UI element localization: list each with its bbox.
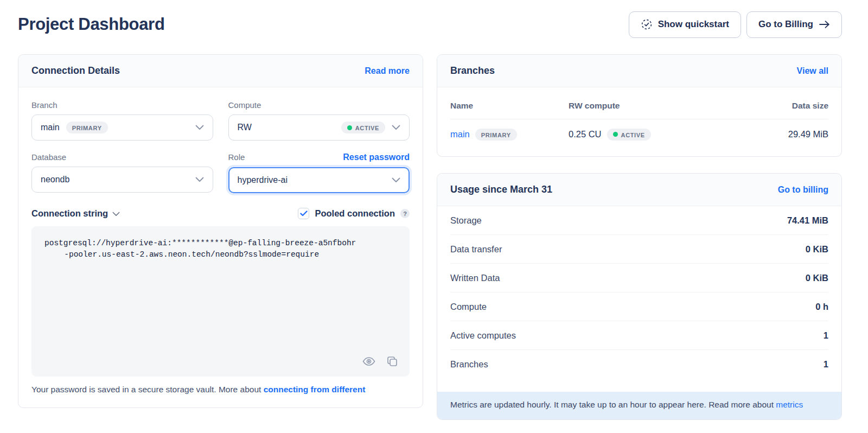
branch-data-size: 29.49 MiB — [788, 129, 828, 139]
usage-row-compute: Compute 0 h — [450, 292, 828, 321]
chevron-down-icon — [195, 123, 204, 132]
show-quickstart-button[interactable]: Show quickstart — [629, 11, 741, 38]
active-status-badge: ACTIVE — [607, 129, 651, 141]
branch-label: Branch — [31, 100, 213, 110]
help-icon[interactable]: ? — [400, 209, 410, 218]
active-dot-icon — [347, 125, 352, 130]
connection-string-line1: postgresql://hyperdrive-ai:************@… — [44, 238, 397, 249]
metrics-docs-link[interactable]: metrics — [776, 400, 803, 409]
database-select[interactable]: neondb — [31, 167, 213, 193]
branch-compute-value: 0.25 CU — [569, 129, 602, 139]
show-quickstart-label: Show quickstart — [658, 19, 729, 30]
page-title: Project Dashboard — [18, 15, 165, 34]
reset-password-link[interactable]: Reset password — [343, 152, 410, 162]
metrics-info-bar: Metrics are updated hourly. It may take … — [437, 392, 841, 419]
connection-string-label: Connection string — [31, 208, 108, 219]
connection-string-code-block: postgresql://hyperdrive-ai:************@… — [31, 226, 410, 377]
reveal-password-eye-icon[interactable] — [361, 354, 377, 368]
role-value: hyperdrive-ai — [238, 175, 288, 185]
chevron-down-icon — [112, 209, 120, 219]
arrow-right-icon — [819, 20, 830, 29]
primary-badge: PRIMARY — [475, 129, 517, 141]
connection-details-card: Connection Details Read more Branch main… — [18, 54, 423, 408]
connection-string-line2: -pooler.us-east-2.aws.neon.tech/neondb?s… — [44, 249, 397, 260]
password-vault-note: Your password is saved in a secure stora… — [31, 385, 410, 394]
connecting-from-different-link[interactable]: connecting from different — [264, 385, 366, 394]
usage-row-storage: Storage 74.41 MiB — [450, 206, 828, 235]
usage-row-written-data: Written Data 0 KiB — [450, 264, 828, 292]
role-field: Role Reset password hyperdrive-ai — [228, 152, 410, 193]
pooled-connection-label: Pooled connection — [315, 208, 395, 219]
code-actions — [361, 354, 400, 369]
chevron-down-icon — [195, 175, 204, 184]
branch-main-link[interactable]: main — [450, 129, 470, 139]
usage-header: Usage since March 31 Go to billing — [437, 174, 841, 206]
branches-header: Branches View all — [437, 55, 841, 87]
branches-table-head: Name RW compute Data size — [450, 93, 828, 119]
pooled-connection-checkbox[interactable] — [298, 208, 309, 219]
chevron-down-icon — [392, 123, 400, 132]
branch-select[interactable]: main PRIMARY — [31, 114, 213, 141]
primary-badge: PRIMARY — [66, 122, 108, 133]
connection-details-header: Connection Details Read more — [18, 55, 423, 87]
read-more-link[interactable]: Read more — [365, 66, 410, 76]
role-select[interactable]: hyperdrive-ai — [228, 167, 410, 193]
compute-label: Compute — [228, 100, 410, 110]
usage-row-data-transfer: Data transfer 0 KiB — [450, 235, 828, 264]
header-actions: Show quickstart Go to Billing — [629, 11, 842, 38]
compute-value: RW — [238, 123, 252, 132]
top-header: Project Dashboard Show quickstart Go to … — [18, 11, 842, 38]
database-value: neondb — [41, 175, 69, 184]
usage-card: Usage since March 31 Go to billing Stora… — [437, 173, 842, 420]
compute-select[interactable]: RW ACTIVE — [228, 114, 410, 141]
table-row: main PRIMARY 0.25 CU ACTIVE — [450, 119, 828, 149]
go-to-billing-button[interactable]: Go to Billing — [746, 11, 842, 38]
branches-title: Branches — [450, 65, 495, 77]
branches-card: Branches View all Name RW compute Data s… — [437, 54, 842, 157]
branch-value: main — [41, 123, 60, 132]
connection-details-body: Branch main PRIMARY — [18, 87, 423, 407]
pooled-connection-control: Pooled connection ? — [298, 208, 410, 219]
database-label: Database — [31, 152, 213, 162]
branch-field: Branch main PRIMARY — [31, 100, 213, 141]
copy-icon[interactable] — [385, 354, 400, 369]
usage-metrics-list: Storage 74.41 MiB Data transfer 0 KiB Wr… — [437, 206, 841, 379]
column-header-data-size: Data size — [792, 101, 828, 111]
chevron-down-icon — [392, 175, 400, 185]
project-dashboard-page: Project Dashboard Show quickstart Go to … — [0, 11, 868, 420]
go-to-billing-link[interactable]: Go to billing — [778, 185, 828, 195]
column-header-rw-compute: RW compute — [569, 101, 792, 111]
active-dot-icon — [613, 132, 618, 137]
usage-row-branches: Branches 1 — [450, 350, 828, 379]
usage-row-active-computes: Active computes 1 — [450, 321, 828, 350]
connection-string-toggle[interactable]: Connection string — [31, 208, 120, 219]
branches-table: Name RW compute Data size main PRIMARY 0… — [437, 87, 841, 149]
column-header-name: Name — [450, 101, 569, 111]
database-field: Database neondb — [31, 152, 213, 193]
connection-details-title: Connection Details — [31, 65, 120, 77]
role-label: Role — [228, 152, 245, 162]
quickstart-check-icon — [641, 18, 653, 30]
active-status-badge: ACTIVE — [341, 122, 385, 133]
connection-string-row: Connection string Pooled connection ? — [31, 208, 410, 219]
go-to-billing-label: Go to Billing — [758, 19, 813, 30]
view-all-link[interactable]: View all — [797, 66, 828, 76]
compute-field: Compute RW ACTIVE — [228, 100, 410, 141]
usage-title: Usage since March 31 — [450, 184, 552, 195]
